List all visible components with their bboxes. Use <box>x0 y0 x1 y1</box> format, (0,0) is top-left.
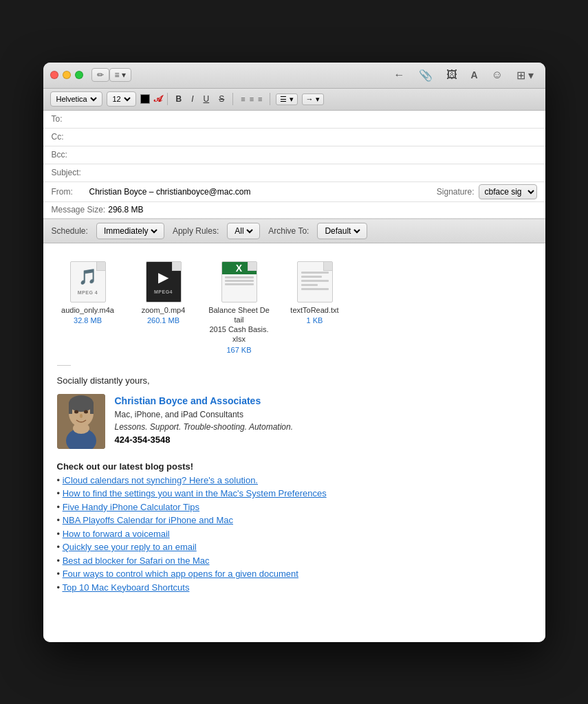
separator-3 <box>270 93 270 105</box>
size-select-input[interactable]: 12 <box>110 94 133 104</box>
compose-button[interactable]: ✏ <box>91 68 109 82</box>
attachment-audio[interactable]: 🎵 MPEG 4 audio_only.m4a 32.8 MB <box>57 254 119 354</box>
email-body: Socially distantly yours, <box>57 374 532 595</box>
separator-2 <box>232 93 233 105</box>
attachment-xlsx[interactable]: X Balance Sheet Detail2015 Cash Basis.xl… <box>208 254 270 354</box>
to-label: To: <box>52 114 89 124</box>
bcc-input[interactable] <box>89 150 537 160</box>
bold-button[interactable]: B <box>173 94 185 104</box>
svg-point-5 <box>74 410 78 414</box>
from-value: Christian Boyce – christianboyce@mac.com <box>89 187 437 197</box>
cc-field-row: Cc: <box>43 129 545 146</box>
msgsize-value: 296.8 MB <box>108 205 143 214</box>
svg-point-6 <box>84 410 88 414</box>
txt-icon <box>294 254 336 302</box>
to-field-row: To: <box>43 111 545 129</box>
schedule-select-input[interactable]: Immediately <box>101 226 160 236</box>
marker-icon[interactable]: 𝒜 <box>154 94 162 104</box>
xlsx-header: X <box>222 262 257 274</box>
from-field-row: From: Christian Boyce – christianboyce@m… <box>43 182 545 202</box>
txt-file-body <box>297 261 333 302</box>
blog-link-1[interactable]: How to find the settings you want in the… <box>63 488 327 498</box>
blog-link-6[interactable]: Best ad blocker for Safari on the Mac <box>63 556 210 566</box>
schedule-select[interactable]: Immediately <box>96 223 164 239</box>
compose-icon: ✏ <box>97 70 104 80</box>
font-button[interactable]: A <box>467 67 482 82</box>
blog-link-0[interactable]: iCloud calendars not synching? Here's a … <box>63 475 258 485</box>
traffic-lights <box>50 71 83 79</box>
company-phone: 424-354-3548 <box>115 433 532 447</box>
blog-link-5[interactable]: Quickly see your reply to an email <box>63 542 197 552</box>
video-size: 260.1 MB <box>147 316 179 324</box>
font-select-input[interactable]: Helvetica <box>54 94 99 104</box>
photo-button[interactable]: 🖼 <box>442 67 461 83</box>
size-selector[interactable]: 12 <box>107 91 136 107</box>
attachments-area: 🎵 MPEG 4 audio_only.m4a 32.8 MB ▶ MPEG4 … <box>57 254 532 354</box>
company-tagline: Lessons. Support. Trouble-shooting. Auto… <box>115 421 532 433</box>
signature-area: Signature: cbface sig <box>437 184 537 199</box>
schedule-label: Schedule: <box>52 226 88 236</box>
company-desc: Mac, iPhone, and iPad Consultants <box>115 408 532 421</box>
underline-button[interactable]: U <box>201 94 213 104</box>
svg-point-7 <box>80 414 83 418</box>
subject-label: Subject: <box>52 168 89 177</box>
subject-input[interactable] <box>89 168 537 177</box>
header-fields: To: Cc: Bcc: Subject: From: Christian Bo… <box>43 111 545 219</box>
font-selector[interactable]: Helvetica <box>50 91 102 107</box>
signature-select[interactable]: cbface sig <box>479 184 537 199</box>
align-center-button[interactable]: ≡ <box>248 94 256 104</box>
italic-button[interactable]: I <box>188 94 196 104</box>
xlsx-file-body: X <box>221 261 257 302</box>
actions-button[interactable]: ≡ ▾ <box>109 68 131 82</box>
attachment-video[interactable]: ▶ MPEG4 zoom_0.mp4 260.1 MB <box>133 254 195 354</box>
actions-arrow: ▾ <box>122 70 126 80</box>
avatar <box>57 394 105 449</box>
company-name: Christian Boyce and Associates <box>115 394 532 408</box>
blog-link-8[interactable]: Top 10 Mac Keyboard Shortcuts <box>62 582 189 593</box>
color-box[interactable] <box>140 94 150 104</box>
indent-button[interactable]: → ▾ <box>302 94 324 105</box>
format-bar: Helvetica 12 𝒜 B I U S ≡ ≡ ≡ ☰ ▾ → ▾ <box>43 89 545 111</box>
back-button[interactable]: ← <box>390 67 409 83</box>
attachment-txt[interactable]: textToRead.txt 1 KB <box>284 254 346 354</box>
emoji-button[interactable]: ☺ <box>488 67 507 83</box>
align-right-button[interactable]: ≡ <box>256 94 264 104</box>
to-input[interactable] <box>89 114 537 124</box>
media-button[interactable]: ⊞ ▾ <box>512 67 538 84</box>
mail-compose-window: ✏ ≡ ▾ ← 📎 🖼 A ☺ ⊞ ▾ Helvetica 12 𝒜 <box>43 63 545 642</box>
xlsx-size: 167 KB <box>226 346 251 354</box>
from-label: From: <box>52 187 89 197</box>
bcc-field-row: Bcc: <box>43 146 545 164</box>
video-file-body: ▶ MPEG4 <box>146 261 182 302</box>
svg-rect-3 <box>69 404 72 414</box>
audio-file-body: 🎵 MPEG 4 <box>70 261 106 302</box>
txt-size: 1 KB <box>307 316 323 324</box>
list-button[interactable]: ☰ ▾ <box>276 94 297 105</box>
blog-link-3[interactable]: NBA Playoffs Calendar for iPhone and Mac <box>63 515 233 525</box>
title-bar: ✏ ≡ ▾ ← 📎 🖼 A ☺ ⊞ ▾ <box>43 63 545 89</box>
maximize-button[interactable] <box>75 71 83 79</box>
archive-select[interactable]: Default <box>317 223 367 239</box>
attachment-button[interactable]: 📎 <box>415 67 437 84</box>
toolbar-right: ← 📎 🖼 A ☺ ⊞ ▾ <box>390 67 538 84</box>
close-button[interactable] <box>50 71 58 79</box>
subject-field-row: Subject: <box>43 164 545 182</box>
options-bar: Schedule: Immediately Apply Rules: All A… <box>43 219 545 243</box>
archive-select-input[interactable]: Default <box>322 226 362 236</box>
svg-point-2 <box>69 395 94 412</box>
rules-select[interactable]: All <box>227 223 260 239</box>
strikethrough-button[interactable]: S <box>216 94 227 104</box>
rules-select-input[interactable]: All <box>232 226 255 236</box>
signature-block: Christian Boyce and Associates Mac, iPho… <box>57 394 532 449</box>
audio-name: audio_only.m4a <box>61 305 114 315</box>
blog-link-7[interactable]: Four ways to control which app opens for… <box>63 569 298 579</box>
cc-input[interactable] <box>89 132 537 142</box>
body-area: 🎵 MPEG 4 audio_only.m4a 32.8 MB ▶ MPEG4 … <box>43 243 545 642</box>
rules-label: Apply Rules: <box>173 226 219 236</box>
msgsize-label: Message Size: <box>52 205 106 214</box>
xlsx-icon: X <box>219 254 260 302</box>
blog-link-2[interactable]: Five Handy iPhone Calculator Tips <box>63 502 199 512</box>
minimize-button[interactable] <box>63 71 71 79</box>
blog-link-4[interactable]: How to forward a voicemail <box>63 529 170 539</box>
align-left-button[interactable]: ≡ <box>239 94 247 104</box>
